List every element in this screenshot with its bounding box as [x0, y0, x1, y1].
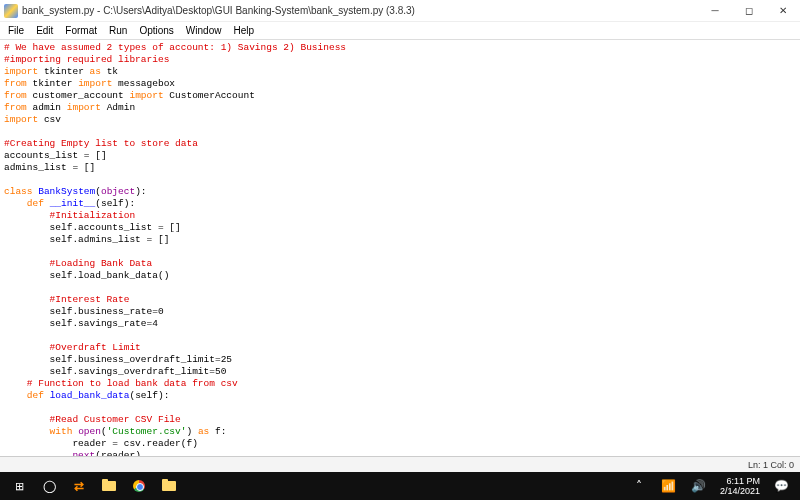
tray-chevron-icon[interactable]: ˄: [624, 472, 654, 500]
menu-run[interactable]: Run: [103, 25, 133, 36]
menu-window[interactable]: Window: [180, 25, 228, 36]
maximize-button[interactable]: ◻: [732, 0, 766, 22]
volume-icon[interactable]: 🔊: [684, 472, 714, 500]
code-editor[interactable]: # We have assumed 2 types of account: 1)…: [0, 40, 800, 456]
clock-time: 6:11 PM: [720, 476, 760, 486]
clock-date: 2/14/2021: [720, 486, 760, 496]
menu-bar: File Edit Format Run Options Window Help: [0, 22, 800, 40]
menu-help[interactable]: Help: [227, 25, 260, 36]
menu-format[interactable]: Format: [59, 25, 103, 36]
idle-icon: [4, 4, 18, 18]
chrome-icon[interactable]: [124, 472, 154, 500]
explorer-icon[interactable]: [94, 472, 124, 500]
cortana-icon[interactable]: ◯: [34, 472, 64, 500]
start-button[interactable]: ⊞: [4, 472, 34, 500]
folder-icon[interactable]: [154, 472, 184, 500]
app-icon[interactable]: ⇄: [64, 472, 94, 500]
cursor-position: Ln: 1 Col: 0: [748, 460, 794, 470]
clock[interactable]: 6:11 PM 2/14/2021: [714, 476, 766, 496]
close-button[interactable]: ✕: [766, 0, 800, 22]
notifications-icon[interactable]: 💬: [766, 472, 796, 500]
taskbar: ⊞ ◯ ⇄ ˄ 📶 🔊 6:11 PM 2/14/2021 💬: [0, 472, 800, 500]
window-title: bank_system.py - C:\Users\Aditya\Desktop…: [22, 5, 698, 16]
menu-edit[interactable]: Edit: [30, 25, 59, 36]
network-icon[interactable]: 📶: [654, 472, 684, 500]
minimize-button[interactable]: ─: [698, 0, 732, 22]
menu-file[interactable]: File: [2, 25, 30, 36]
title-bar: bank_system.py - C:\Users\Aditya\Desktop…: [0, 0, 800, 22]
menu-options[interactable]: Options: [133, 25, 179, 36]
status-bar: Ln: 1 Col: 0: [0, 456, 800, 472]
